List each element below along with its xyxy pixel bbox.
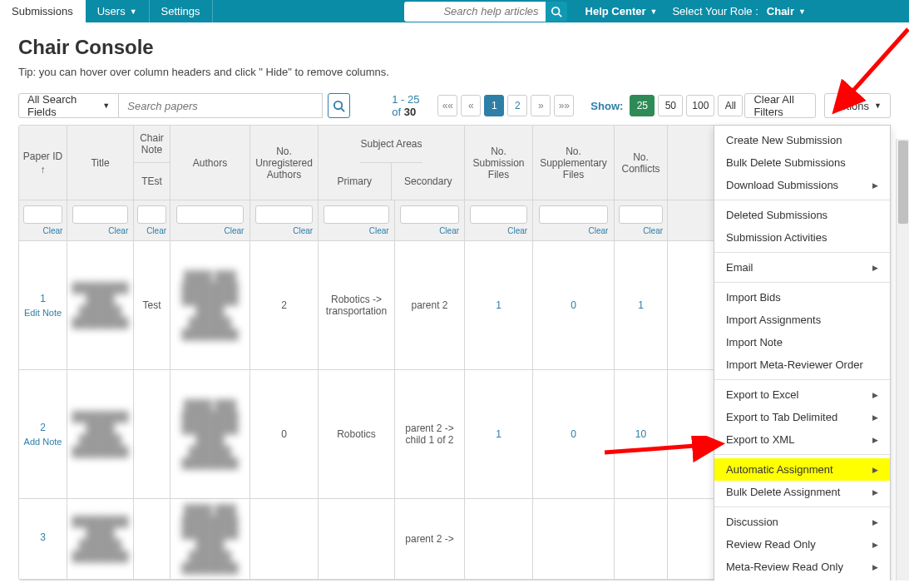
filter-subfiles[interactable] bbox=[470, 205, 527, 224]
col-unregistered[interactable]: No. Unregistered Authors bbox=[250, 126, 319, 200]
page-size: Show: 25 50 100 All bbox=[590, 95, 744, 116]
menu-item-submission-activities[interactable]: Submission Activities bbox=[714, 226, 890, 249]
size-100[interactable]: 100 bbox=[686, 95, 714, 116]
menu-item-create-new-submission[interactable]: Create New Submission bbox=[714, 129, 890, 151]
menu-item-discussion[interactable]: Discussion▶ bbox=[714, 511, 890, 533]
nav-submissions[interactable]: Submissions bbox=[0, 0, 86, 22]
col-chair-note[interactable]: Chair Note bbox=[134, 126, 170, 163]
role-value: Chair bbox=[767, 5, 794, 17]
col-conflicts[interactable]: No. Conflicts bbox=[615, 126, 668, 200]
primary-cell: Robotics bbox=[319, 370, 395, 498]
menu-item-import-meta-reviewer-order[interactable]: Import Meta-Reviewer Order bbox=[714, 353, 890, 376]
clear-filter[interactable]: Clear bbox=[539, 226, 609, 235]
edit-note-link[interactable]: Edit Note bbox=[24, 308, 62, 318]
size-all[interactable]: All bbox=[718, 95, 743, 116]
clear-filter[interactable]: Clear bbox=[470, 226, 527, 235]
clear-filter[interactable]: Clear bbox=[23, 226, 63, 235]
menu-item-import-bids[interactable]: Import Bids bbox=[714, 286, 890, 309]
search-fields-dropdown[interactable]: All Search Fields▼ bbox=[18, 93, 119, 118]
role-label: Select Your Role : bbox=[672, 0, 758, 22]
menu-item-export-to-xml[interactable]: Export to XML▶ bbox=[714, 428, 890, 451]
role-select[interactable]: Chair▼ bbox=[767, 0, 806, 22]
filter-secondary[interactable] bbox=[400, 205, 459, 224]
search-papers-button[interactable] bbox=[328, 93, 350, 118]
search-icon bbox=[551, 6, 562, 17]
supfiles-link[interactable]: 0 bbox=[571, 428, 576, 440]
col-subject-areas[interactable]: Subject Areas bbox=[360, 126, 422, 163]
clear-all-filters-button[interactable]: Clear All Filters bbox=[744, 93, 816, 118]
subfiles-link[interactable]: 1 bbox=[496, 428, 501, 440]
menu-item-download-submissions[interactable]: Download Submissions▶ bbox=[714, 174, 890, 196]
filter-conflicts[interactable] bbox=[619, 205, 663, 224]
help-search-input[interactable] bbox=[404, 2, 546, 22]
menu-item-review-read-only[interactable]: Review Read Only▶ bbox=[714, 533, 890, 556]
menu-item-automatic-assignment[interactable]: Automatic Assignment▶ bbox=[714, 458, 890, 481]
filter-authors[interactable] bbox=[176, 205, 245, 224]
conflicts-link[interactable]: 10 bbox=[635, 428, 646, 440]
filter-primary[interactable] bbox=[324, 205, 388, 224]
help-center-link[interactable]: Help Center▼ bbox=[585, 0, 658, 22]
page-first[interactable]: «« bbox=[437, 95, 457, 116]
col-title[interactable]: Title bbox=[67, 126, 134, 200]
menu-item-bulk-delete-assignment[interactable]: Bulk Delete Assignment▶ bbox=[714, 481, 890, 503]
clear-filter[interactable]: Clear bbox=[619, 226, 663, 235]
page-next[interactable]: » bbox=[531, 95, 551, 116]
menu-item-deleted-submissions[interactable]: Deleted Submissions bbox=[714, 204, 890, 226]
menu-item-import-assignments[interactable]: Import Assignments bbox=[714, 309, 890, 331]
menu-item-bulk-delete-submissions[interactable]: Bulk Delete Submissions bbox=[714, 151, 890, 174]
nav-users[interactable]: Users▼ bbox=[86, 0, 150, 22]
paper-id-link[interactable]: 3 bbox=[40, 531, 46, 543]
nav-settings[interactable]: Settings bbox=[150, 0, 213, 22]
menu-item-export-to-tab-delimited[interactable]: Export to Tab Delimited▶ bbox=[714, 406, 890, 428]
chair-note-cell bbox=[134, 499, 170, 579]
col-test[interactable]: TEst bbox=[140, 163, 164, 200]
col-secondary[interactable]: Secondary bbox=[392, 163, 465, 200]
conflicts-link[interactable]: 1 bbox=[638, 299, 644, 311]
filter-title[interactable] bbox=[72, 205, 129, 224]
size-25[interactable]: 25 bbox=[630, 95, 655, 116]
caret-down-icon: ▼ bbox=[102, 101, 110, 110]
secondary-cell: parent 2 bbox=[395, 241, 465, 369]
search-fields-label: All Search Fields bbox=[27, 93, 97, 118]
page-2[interactable]: 2 bbox=[507, 95, 527, 116]
search-papers-input[interactable] bbox=[119, 93, 323, 118]
col-authors[interactable]: Authors bbox=[170, 126, 250, 200]
paper-id-link[interactable]: 1 bbox=[40, 293, 46, 304]
menu-item-author-feedback[interactable]: Author Feedback▶ bbox=[714, 578, 890, 581]
clear-filter[interactable]: Clear bbox=[137, 226, 166, 235]
help-search-button[interactable] bbox=[546, 2, 567, 22]
chair-note-cell bbox=[134, 370, 170, 498]
supfiles-link[interactable]: 0 bbox=[571, 299, 576, 311]
clear-filter[interactable]: Clear bbox=[400, 226, 459, 235]
filter-unreg[interactable] bbox=[255, 205, 313, 224]
col-submission-files[interactable]: No. Submission Files bbox=[465, 126, 533, 200]
authors-cell: ████ ███████████████████████████████████… bbox=[181, 504, 238, 574]
edit-note-link[interactable]: Add Note bbox=[24, 437, 62, 447]
caret-down-icon: ▼ bbox=[650, 7, 658, 16]
menu-item-export-to-excel[interactable]: Export to Excel▶ bbox=[714, 383, 890, 406]
col-primary[interactable]: Primary bbox=[319, 163, 393, 200]
clear-filter[interactable]: Clear bbox=[176, 226, 245, 235]
page-last[interactable]: »» bbox=[554, 95, 574, 116]
filter-supfiles[interactable] bbox=[539, 205, 609, 224]
subfiles-link[interactable]: 1 bbox=[496, 299, 501, 311]
col-supplementary-files[interactable]: No. Supplementary Files bbox=[533, 126, 615, 200]
col-paper-id[interactable]: Paper ID↑ bbox=[19, 126, 67, 200]
page-1[interactable]: 1 bbox=[484, 95, 504, 116]
filter-paper-id[interactable] bbox=[23, 205, 63, 224]
filter-chair-note[interactable] bbox=[137, 205, 166, 224]
menu-item-email[interactable]: Email▶ bbox=[714, 256, 890, 279]
paper-id-link[interactable]: 2 bbox=[40, 422, 46, 433]
menu-item-meta-review-read-only[interactable]: Meta-Review Read Only▶ bbox=[714, 556, 890, 578]
clear-filter[interactable]: Clear bbox=[324, 226, 388, 235]
chevron-right-icon: ▶ bbox=[872, 466, 878, 474]
clear-filter[interactable]: Clear bbox=[72, 226, 129, 235]
caret-down-icon: ▼ bbox=[130, 7, 137, 16]
scroll-thumb[interactable] bbox=[898, 141, 908, 224]
actions-button[interactable]: Actions▼ bbox=[824, 93, 891, 118]
vertical-scrollbar[interactable] bbox=[896, 139, 909, 581]
clear-filter[interactable]: Clear bbox=[255, 226, 313, 235]
page-prev[interactable]: « bbox=[461, 95, 481, 116]
size-50[interactable]: 50 bbox=[658, 95, 683, 116]
menu-item-import-note[interactable]: Import Note bbox=[714, 331, 890, 353]
